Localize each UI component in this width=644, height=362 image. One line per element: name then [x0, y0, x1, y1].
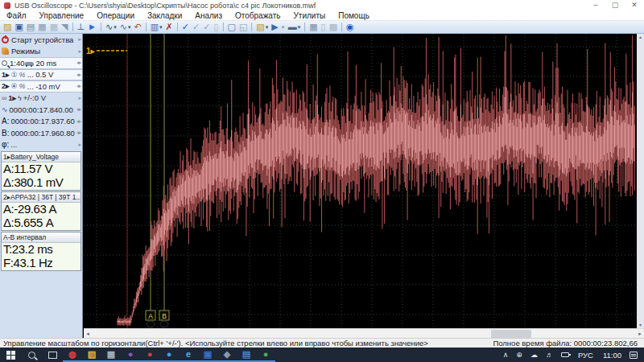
row-adjust-arrows[interactable]: ◂▸	[76, 130, 82, 136]
film-strip-button[interactable]: ▬▾	[287, 22, 302, 33]
scroll-up-icon[interactable]: ▴	[639, 34, 642, 40]
sidebar-glyph: ∿	[2, 105, 8, 113]
app-red-button[interactable]: ●	[140, 348, 159, 362]
display-mode-button[interactable]: ▥▾	[150, 22, 163, 33]
sidebar-row-channel-1-range[interactable]: 1▸①%... 0.5 V◂▸	[0, 69, 82, 81]
menu-item[interactable]: Управление	[33, 10, 91, 21]
svg-text:B: B	[162, 312, 167, 320]
menu-item[interactable]: Закладки	[141, 10, 188, 21]
whatsapp-button[interactable]: ●	[256, 348, 275, 362]
sidebar-row-trigger-level[interactable]: ∞1▸ϟ+/-:0 V▸	[0, 93, 82, 105]
marker-stop-button[interactable]: ▪	[281, 22, 286, 33]
undo-button[interactable]: ↶	[133, 22, 142, 33]
menu-item[interactable]: Операции	[90, 10, 141, 21]
sidebar-row-modes[interactable]: Режимы▸	[0, 46, 82, 58]
viber-button[interactable]: ●	[121, 348, 140, 362]
row-adjust-arrows[interactable]: ◂▸	[76, 72, 82, 78]
taskbar-search-button[interactable]	[21, 348, 42, 362]
vertical-scrollbar[interactable]: ▴ ▾	[637, 34, 644, 328]
zoom-icon	[2, 60, 7, 66]
layout-grid-button[interactable]: ▩	[328, 22, 338, 33]
copy-data-button[interactable]: ▦	[49, 22, 59, 33]
scope-plot-area[interactable]: 1▸AB	[84, 34, 637, 328]
sidebar-row-device-start[interactable]: Старт устройства▸	[0, 34, 82, 46]
row-adjust-arrows[interactable]: ◂▸	[76, 106, 82, 113]
measure-panel-header[interactable]: 2▸APPA32 | 36T | 39T 1...	[2, 192, 80, 203]
sidebar-row-cursor-a-time[interactable]: A:0000:00:17.937.60◂▸	[0, 116, 82, 128]
system-tray: ∧ ⊕ ☁ ♬ РУС 11:00	[499, 348, 644, 362]
measure-panel-header[interactable]: A-B интервал	[2, 232, 80, 243]
layout-split-button[interactable]: ▦	[308, 22, 318, 33]
hscroll-thumb[interactable]	[491, 330, 531, 338]
menu-item[interactable]: Помощь	[332, 10, 376, 21]
internet-explorer-button[interactable]: e	[179, 348, 198, 362]
toolbar-separator	[72, 23, 73, 31]
close-button[interactable]: ✕	[625, 0, 644, 10]
sidebar-row-time-position[interactable]: ∿0000:00:17.840.00◂▸	[0, 104, 82, 116]
row-adjust-arrows[interactable]: ▸	[78, 95, 82, 101]
about-icon: ◉	[346, 22, 354, 32]
ground-line-icon: ⊥	[77, 22, 85, 32]
print-button[interactable]: ▤	[26, 22, 35, 33]
menu-item[interactable]: Отображать	[229, 10, 287, 21]
clock[interactable]: 11:00	[598, 351, 626, 360]
sidebar-label: 0000:00:17.937.60	[10, 117, 74, 125]
tray-chevron-icon[interactable]: ∧	[499, 351, 513, 359]
start-button[interactable]	[0, 348, 21, 362]
battery-icon[interactable]	[561, 352, 569, 357]
scope-canvas[interactable]: 1▸AB	[84, 34, 637, 328]
network-icon[interactable]: ⊕	[512, 351, 526, 359]
menu-item[interactable]: Утилиты	[287, 10, 332, 21]
row-adjust-arrows[interactable]: ◂▸	[76, 60, 82, 66]
horizontal-scrollbar[interactable]: ◂ ▸	[84, 328, 644, 338]
marker-play-button[interactable]: ▶	[270, 22, 279, 33]
opera-button[interactable]: ◍	[63, 348, 82, 362]
measure-value: F:43.1 Hz	[2, 257, 80, 270]
fit-view-button[interactable]: ▢	[227, 22, 237, 33]
copy-image-button[interactable]: ▦	[37, 22, 47, 33]
zoom-selection-button[interactable]: ◱	[238, 22, 248, 33]
remove-signal-button[interactable]: ✗	[165, 22, 174, 33]
save-button[interactable]: ▣	[14, 22, 23, 33]
row-adjust-arrows[interactable]: ▸	[78, 48, 82, 55]
open-file-button[interactable]: ▨	[2, 22, 12, 33]
calculator-button[interactable]: ▦	[101, 348, 121, 362]
task-view-button[interactable]	[42, 348, 63, 362]
confirm-check-button[interactable]: ✓	[202, 22, 211, 33]
verify-check-button[interactable]: ✓	[192, 22, 200, 33]
sidebar-row-scale-timebase[interactable]: 1:4020 ms◂▸	[0, 57, 82, 69]
layout-single-button[interactable]: ▯	[320, 22, 327, 33]
export-image-button[interactable]: ◥	[60, 22, 68, 33]
cloud-icon[interactable]: ☁	[526, 351, 542, 359]
minimize-button[interactable]: –	[586, 0, 605, 10]
sidebar-label: ... -10 mV	[27, 82, 60, 91]
sidebar-row-channel-2-range[interactable]: 2▸④%... -10 mV◂▸	[0, 80, 82, 93]
row-adjust-arrows[interactable]: ◂▸	[76, 118, 82, 125]
pan-mode-button[interactable]: ►	[87, 22, 97, 33]
channel-1-marker[interactable]: 1▸	[86, 47, 96, 56]
mail-button[interactable]: ▤	[237, 348, 256, 362]
file-explorer-button[interactable]: ▨	[82, 348, 101, 362]
row-adjust-arrows[interactable]: ▸	[78, 36, 82, 43]
about-button[interactable]: ◉	[345, 22, 355, 33]
language-indicator[interactable]: РУС	[573, 351, 598, 360]
signal-smooth-button[interactable]: ∿▾	[105, 22, 118, 33]
export-folder-button[interactable]: ▧▾	[255, 22, 269, 33]
sidebar-row-cursor-b-time[interactable]: B:0000:00:17.960.80◂▸	[0, 127, 82, 139]
sidebar-row-phase[interactable]: φ:...▸	[0, 139, 82, 151]
scroll-down-icon[interactable]: ▾	[639, 322, 642, 328]
ground-line-button[interactable]: ⊥	[76, 22, 86, 33]
signal-spectrum-button[interactable]: ∿▾	[119, 22, 132, 33]
row-adjust-arrows[interactable]: ◂▸	[76, 83, 82, 89]
viewer-3d-button[interactable]: ◈	[217, 348, 237, 362]
menu-item[interactable]: Файл	[0, 10, 33, 21]
volume-muted-icon[interactable]: ♬	[542, 351, 557, 359]
photos-button[interactable]: ▣	[198, 348, 217, 362]
apply-check-button[interactable]: ✓	[181, 22, 190, 33]
menu-item[interactable]: Анализ	[188, 10, 229, 21]
maximize-button[interactable]: ▢	[605, 0, 625, 10]
report-sheet-button[interactable]: ▯	[213, 22, 219, 33]
row-adjust-arrows[interactable]: ▸	[78, 142, 82, 148]
notification-center-icon[interactable]	[630, 352, 638, 359]
skype-button[interactable]: ●	[159, 348, 179, 362]
